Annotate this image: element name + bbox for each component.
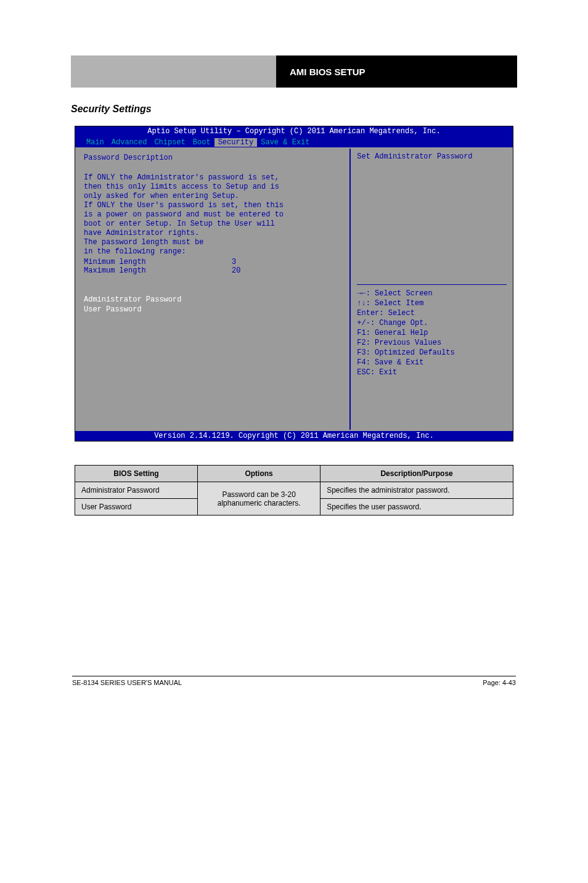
max-length-value: 20 xyxy=(232,266,240,275)
desc-line: in the following range: xyxy=(84,247,341,257)
bios-left-panel: Password Description If ONLY the Adminis… xyxy=(75,149,351,430)
key-change-opt: +/-: Change Opt. xyxy=(357,318,507,328)
footer-rule xyxy=(72,676,516,676)
min-length-row: Minimum length 3 xyxy=(84,258,341,266)
password-options: Administrator Password User Password xyxy=(84,295,341,314)
max-length-row: Maximum length 20 xyxy=(84,266,341,275)
bios-body: Password Description If ONLY the Adminis… xyxy=(75,147,513,431)
password-length-ranges: Minimum length 3 Maximum length 20 xyxy=(84,258,341,275)
admin-password-option[interactable]: Administrator Password xyxy=(84,295,341,305)
key-f2: F2: Previous Values xyxy=(357,338,507,348)
bios-screenshot: Aptio Setup Utility – Copyright (C) 2011… xyxy=(75,126,513,442)
bios-tab-main[interactable]: Main xyxy=(83,138,108,147)
chapter-header-left xyxy=(71,55,276,88)
key-enter: Enter: Select xyxy=(357,308,507,318)
col-header-options: Options xyxy=(198,466,321,482)
desc-line: The password length must be xyxy=(84,238,341,247)
table-row: Administrator Password Password can be 3… xyxy=(75,482,513,499)
desc-line: If ONLY the User's password is set, then… xyxy=(84,201,341,210)
table-header-row: BIOS Setting Options Description/Purpose xyxy=(75,466,513,482)
desc-line: have Administrator rights. xyxy=(84,229,341,238)
bios-tab-boot[interactable]: Boot xyxy=(189,138,214,147)
footer-page-number: Page: 4-43 xyxy=(483,679,516,686)
col-header-setting: BIOS Setting xyxy=(75,466,198,482)
navigation-keys: →←: Select Screen ↑↓: Select Item Enter:… xyxy=(357,289,507,377)
section-subheading: Security Settings xyxy=(71,104,517,115)
bios-tab-advanced[interactable]: Advanced xyxy=(108,138,151,147)
desc-line: If ONLY the Administrator's password is … xyxy=(84,173,341,183)
cell-setting: Administrator Password xyxy=(75,482,198,499)
key-f3: F3: Optimized Defaults xyxy=(357,348,507,358)
cell-description: Specifies the user password. xyxy=(321,499,513,515)
bios-tab-security[interactable]: Security xyxy=(214,138,258,147)
max-length-label: Maximum length xyxy=(84,266,232,275)
key-select-item: ↑↓: Select Item xyxy=(357,298,507,308)
help-divider xyxy=(357,284,507,285)
cell-setting: User Password xyxy=(75,499,198,515)
bios-title-bar: Aptio Setup Utility – Copyright (C) 2011… xyxy=(75,126,513,147)
footer-manual-title: SE-8134 SERIES USER'S MANUAL xyxy=(72,679,182,686)
user-password-option[interactable]: User Password xyxy=(84,305,341,314)
chapter-subtitle: AMI BIOS SETUP xyxy=(290,67,365,77)
key-select-screen: →←: Select Screen xyxy=(357,289,507,298)
options-line: alphanumeric characters. xyxy=(218,499,301,507)
bios-tab-save-exit[interactable]: Save & Exit xyxy=(257,138,313,147)
key-esc: ESC: Exit xyxy=(357,368,507,377)
min-length-label: Minimum length xyxy=(84,258,232,266)
desc-line: is a power on password and must be enter… xyxy=(84,210,341,220)
col-header-description: Description/Purpose xyxy=(321,466,513,482)
chapter-header-right: AMI BIOS SETUP xyxy=(276,55,517,88)
key-f4: F4: Save & Exit xyxy=(357,358,507,368)
desc-line: only asked for when entering Setup. xyxy=(84,192,341,201)
cell-description: Specifies the administrator password. xyxy=(321,482,513,499)
bios-tabs: Main Advanced Chipset Boot Security Save… xyxy=(83,138,313,147)
bios-utility-title: Aptio Setup Utility – Copyright (C) 2011… xyxy=(75,126,513,136)
password-description-text: If ONLY the Administrator's password is … xyxy=(84,173,341,257)
item-help-text: Set Administrator Password xyxy=(357,152,507,282)
page-footer: SE-8134 SERIES USER'S MANUAL Page: 4-43 xyxy=(72,679,516,686)
desc-line: then this only limits access to Setup an… xyxy=(84,183,341,192)
desc-line: boot or enter Setup. In Setup the User w… xyxy=(84,220,341,229)
bios-tab-chipset[interactable]: Chipset xyxy=(150,138,189,147)
chapter-header: AMI BIOS SETUP xyxy=(71,55,517,88)
settings-table: BIOS Setting Options Description/Purpose… xyxy=(75,465,513,515)
options-line: Password can be 3-20 xyxy=(222,490,295,499)
bios-right-panel: Set Administrator Password →←: Select Sc… xyxy=(351,147,513,431)
password-description-title: Password Description xyxy=(84,154,341,162)
key-f1: F1: General Help xyxy=(357,328,507,338)
cell-options: Password can be 3-20 alphanumeric charac… xyxy=(198,482,321,515)
bios-footer-bar: Version 2.14.1219. Copyright (C) 2011 Am… xyxy=(75,431,513,441)
min-length-value: 3 xyxy=(232,258,236,266)
